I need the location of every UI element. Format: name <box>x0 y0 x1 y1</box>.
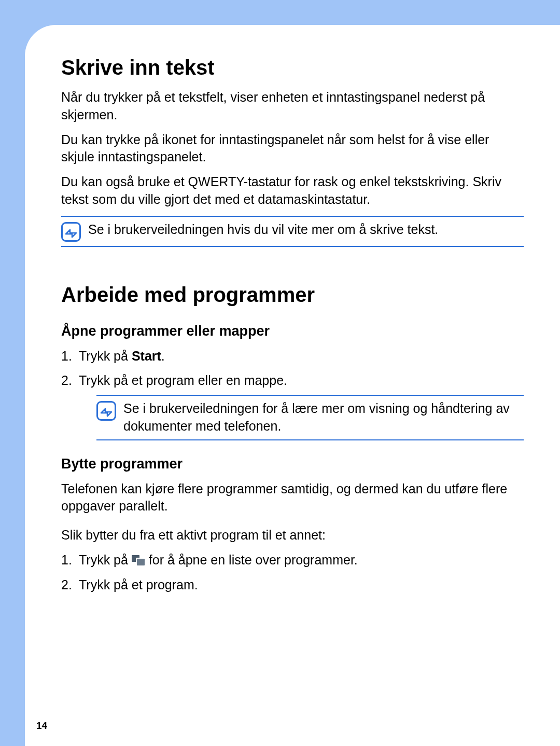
heading-skrive-inn-tekst: Skrive inn tekst <box>61 56 524 79</box>
paragraph: Du kan trykke på ikonet for inntastingsp… <box>61 131 524 167</box>
step-text: . <box>161 349 165 363</box>
subheading-apne-programmer: Åpne programmer eller mapper <box>61 323 524 339</box>
step-text: for å åpne en liste over programmer. <box>145 552 358 567</box>
list-item: Trykk på Start. <box>61 348 524 365</box>
subheading-bytte-programmer: Bytte programmer <box>61 456 524 472</box>
list-item: Trykk på for å åpne en liste over progra… <box>61 551 524 569</box>
paragraph: Slik bytter du fra ett aktivt program ti… <box>61 527 524 544</box>
note-text: Se i brukerveiledningen hvis du vil vite… <box>88 221 438 239</box>
heading-arbeide-med-programmer: Arbeide med programmer <box>61 283 524 307</box>
step-text: Trykk på <box>79 349 132 363</box>
paragraph: Når du trykker på et tekstfelt, viser en… <box>61 89 524 124</box>
list-item: Trykk på et program eller en mappe. Se i… <box>61 372 524 440</box>
note-icon <box>96 401 116 421</box>
ordered-list: Trykk på for å åpne en liste over progra… <box>61 551 524 594</box>
task-switcher-icon <box>132 554 145 567</box>
step-text: Trykk på et program eller en mappe. <box>79 373 287 388</box>
paragraph: Telefonen kan kjøre flere programmer sam… <box>61 480 524 516</box>
ordered-list: Trykk på Start. Trykk på et program elle… <box>61 348 524 440</box>
paragraph: Du kan også bruke et QWERTY-tastatur for… <box>61 173 524 209</box>
step-bold: Start <box>132 349 161 363</box>
step-text: Trykk på <box>79 552 132 567</box>
list-item: Trykk på et program. <box>61 576 524 594</box>
page-number: 14 <box>36 720 47 731</box>
note-icon <box>61 222 81 242</box>
document-page: Skrive inn tekst Når du trykker på et te… <box>25 25 560 746</box>
note-text: Se i brukerveiledningen for å lære mer o… <box>123 400 522 435</box>
note-box: Se i brukerveiledningen for å lære mer o… <box>96 395 524 440</box>
note-box: Se i brukerveiledningen hvis du vil vite… <box>61 216 524 247</box>
